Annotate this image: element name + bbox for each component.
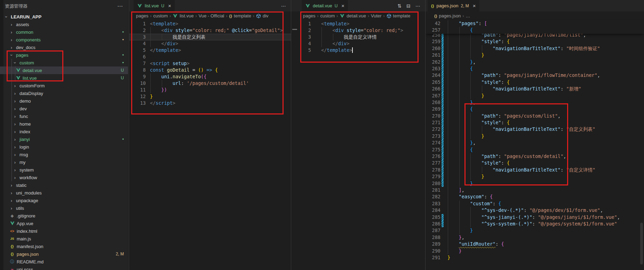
tree-item-dev[interactable]: ›dev [0, 105, 128, 112]
breadcrumb-item[interactable]: … [466, 13, 470, 18]
code-line[interactable]: 278 "navigationBarTitleText": "自定义详情" [426, 167, 644, 173]
breadcrumb-item[interactable]: Vue - Official [199, 13, 224, 18]
tree-item-manifest-json[interactable]: {}manifest.json [0, 243, 128, 250]
code-line[interactable]: 282 "easycom": { [426, 193, 644, 200]
sticky-scroll[interactable]: 42 "pages": [257 { [426, 20, 644, 34]
tree-item--gitignore[interactable]: ◈.gitignore [0, 212, 128, 220]
code-line[interactable]: 265 "style": { [426, 79, 644, 86]
code-line[interactable]: 281 ], [426, 187, 644, 193]
code-line[interactable]: 285 "^sys-jianyi-(.*)": "@/pages/jianyi/… [426, 214, 644, 221]
tree-item-demo[interactable]: ›demo [0, 97, 128, 105]
tree-item-static[interactable]: ›static [0, 181, 128, 189]
tree-item-custom[interactable]: ›custom● [0, 59, 128, 66]
split-editor-icon[interactable]: ⊟ [406, 3, 411, 9]
scrollbar[interactable] [640, 223, 643, 264]
code-line[interactable]: 268 }, [426, 99, 644, 106]
tree-item-pages-json[interactable]: {}pages.json2, M [0, 250, 128, 258]
code-line[interactable]: 8const goDetail = () => { [129, 67, 291, 73]
file-tree[interactable]: ›LEARUN_APP›assets›common●›components●›d… [0, 13, 128, 270]
code-line[interactable]: 4 </div> [129, 40, 291, 47]
code-line[interactable]: 4 </div> [291, 40, 425, 47]
code-line[interactable]: 6 [129, 54, 291, 60]
breadcrumb[interactable]: pages›custom›detail.vue›Vuter›template [291, 11, 425, 20]
tree-item-uni-scss[interactable]: ~uni.scss [0, 265, 128, 270]
tree-item-app-vue[interactable]: App.vue [0, 220, 128, 227]
tree-item-common[interactable]: ›common● [0, 28, 128, 36]
breadcrumb-item[interactable]: custom [153, 13, 168, 18]
code-line[interactable]: 262 }, [426, 59, 644, 65]
tree-item-jianyi[interactable]: ›jianyi● [0, 135, 128, 143]
breadcrumb[interactable]: pages›custom›list.vue›Vue - Official›{}t… [129, 11, 291, 20]
code-line[interactable]: 280 } [426, 180, 644, 187]
code-line[interactable]: 5</template> [129, 47, 291, 54]
tree-item-my[interactable]: ›my [0, 158, 128, 166]
code-line[interactable]: 274 }, [426, 140, 644, 146]
code-editor[interactable]: 1<template>2 <div style="color: red;">3 … [291, 21, 425, 54]
code-line[interactable]: 273 } [426, 133, 644, 140]
code-line[interactable]: 9 uni.navigateTo({ [129, 73, 291, 80]
code-line[interactable]: 263 { [426, 65, 644, 72]
tree-item-detail-vue[interactable]: detail.vueU [0, 66, 128, 74]
tree-item-root[interactable]: ›LEARUN_APP [0, 13, 128, 21]
tab-pages-json[interactable]: {} pages.json 2, M × [428, 0, 479, 11]
code-line[interactable]: 289 "uniIdRouter": { [426, 241, 644, 247]
more-actions-icon[interactable]: ⋯ [415, 3, 420, 9]
tab-detail-vue[interactable]: detail.vue U × [302, 0, 348, 11]
more-actions-icon[interactable]: ⋯ [117, 3, 123, 9]
close-icon[interactable]: × [473, 3, 476, 9]
close-icon[interactable]: × [168, 3, 171, 9]
code-line[interactable]: 13</script> [129, 100, 291, 106]
code-line[interactable]: 42 "pages": [ [426, 20, 644, 27]
code-line[interactable]: 288 }, [426, 234, 644, 241]
tree-item-index[interactable]: ›index [0, 128, 128, 135]
breadcrumb-item[interactable]: pages [303, 13, 315, 18]
code-line[interactable]: 275 { [426, 146, 644, 153]
tree-item-unpackage[interactable]: ›unpackage [0, 197, 128, 204]
code-line[interactable]: 5</template> [291, 47, 425, 54]
code-line[interactable]: 287 } [426, 227, 644, 234]
close-icon[interactable]: × [341, 3, 344, 9]
code-line[interactable]: 291} [426, 254, 644, 261]
code-line[interactable]: 267 } [426, 93, 644, 99]
tree-item-readme-md[interactable]: ⓘREADME.md [0, 258, 128, 265]
tree-item-dev-docs[interactable]: ›dev_docs [0, 43, 128, 51]
tree-item-main-js[interactable]: JSmain.js [0, 235, 128, 243]
code-line[interactable]: 12} [129, 93, 291, 100]
code-editor[interactable]: 1<template>2 <div style="color: red;" @c… [129, 21, 291, 106]
tree-item-uni-modules[interactable]: ›uni_modules [0, 189, 128, 197]
tree-item-workflow[interactable]: ›workflow [0, 174, 128, 181]
tree-item-system[interactable]: ›system [0, 166, 128, 174]
tree-item-index-html[interactable]: <>index.html [0, 227, 128, 235]
breadcrumb-item[interactable]: pages.json [439, 13, 461, 18]
code-line[interactable]: 279 } [426, 173, 644, 180]
tree-item-login[interactable]: ›login [0, 143, 128, 151]
tree-item-components[interactable]: ›components● [0, 36, 128, 43]
code-editor[interactable]: 258 "path": "pages/jianyi/flowTime/list"… [426, 32, 644, 261]
tree-item-home[interactable]: ›home [0, 120, 128, 128]
code-line[interactable]: 1<template> [291, 21, 425, 27]
tree-item-pages[interactable]: ›pages● [0, 51, 128, 59]
code-line[interactable]: 290 } [426, 248, 644, 254]
code-line[interactable]: 3 我是自定义列表 [129, 34, 291, 40]
code-line[interactable]: 260 "navigationBarTitleText": "时间组件验证" [426, 45, 644, 52]
tree-item-utils[interactable]: ›utils [0, 204, 128, 212]
tab-list-vue[interactable]: list.vue U × [134, 0, 175, 11]
code-line[interactable]: 276 "path": "pages/custom/detail", [426, 153, 644, 160]
breadcrumb-item[interactable]: pages [136, 13, 148, 18]
breadcrumb[interactable]: {}pages.json›… [426, 11, 644, 20]
code-line[interactable]: 10 url: '/pages/custom/detail' [129, 80, 291, 87]
tree-item-func[interactable]: ›func [0, 112, 128, 120]
tree-item-customform[interactable]: ›customForm [0, 82, 128, 89]
code-line[interactable]: 286 "^sys-system-(.*)": "@/pages/system/… [426, 221, 644, 227]
code-line[interactable]: 259 "style": { [426, 38, 644, 45]
tree-item-assets[interactable]: ›assets [0, 21, 128, 28]
breadcrumb-item[interactable]: detail.vue [347, 13, 366, 18]
code-line[interactable]: 284 "^sys-dev-(.*)": "@/pages/dev/$1/for… [426, 207, 644, 214]
code-line[interactable]: 1<template> [129, 21, 291, 27]
breadcrumb-item[interactable]: div [263, 13, 269, 18]
breadcrumb-item[interactable]: Vuter [371, 13, 382, 18]
code-line[interactable]: 277 "style": { [426, 160, 644, 166]
breadcrumb-item[interactable]: template [234, 13, 251, 18]
more-actions-icon[interactable]: ⋯ [281, 3, 286, 9]
code-line[interactable]: 2 <div style="color: red;"> [291, 27, 425, 34]
